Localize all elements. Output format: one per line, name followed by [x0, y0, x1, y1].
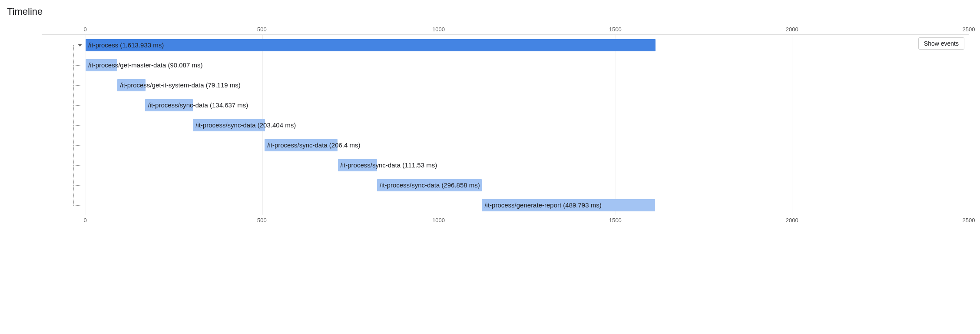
span-row: /it-process/generate-report (489.793 ms) — [42, 199, 969, 211]
span-bar[interactable] — [377, 179, 482, 191]
axis-tick: 0 — [83, 26, 86, 33]
span-bar[interactable] — [145, 99, 192, 111]
show-events-button[interactable]: Show events — [918, 37, 964, 50]
timeline-chart: 05001000150020002500 Show events /it-pro… — [42, 25, 969, 224]
span-bar[interactable] — [117, 79, 145, 91]
timeline-plot[interactable]: Show events /it-process (1,613.933 ms)/i… — [42, 35, 969, 215]
span-row: /it-process/get-it-system-data (79.119 m… — [42, 79, 969, 91]
collapse-caret-icon[interactable] — [78, 44, 82, 47]
span-bar[interactable] — [86, 59, 117, 71]
span-bar[interactable] — [86, 39, 656, 51]
span-row: /it-process/sync-data (134.637 ms) — [42, 99, 969, 111]
span-row: /it-process/get-master-data (90.087 ms) — [42, 59, 969, 71]
span-row: /it-process/sync-data (111.53 ms) — [42, 159, 969, 171]
axis-tick: 2000 — [786, 217, 798, 224]
axis-tick: 1000 — [432, 26, 445, 33]
span-row: /it-process/sync-data (206.4 ms) — [42, 139, 969, 151]
axis-tick: 500 — [257, 26, 267, 33]
axis-tick: 1000 — [432, 217, 445, 224]
gridline — [969, 35, 969, 215]
axis-tick: 0 — [83, 217, 86, 224]
span-bar[interactable] — [482, 199, 655, 211]
axis-top: 05001000150020002500 — [42, 25, 969, 35]
axis-tick: 2500 — [963, 26, 975, 33]
span-bar[interactable] — [265, 139, 338, 151]
span-bar[interactable] — [338, 159, 377, 171]
axis-tick: 1500 — [609, 26, 622, 33]
page-title: Timeline — [7, 6, 973, 17]
axis-tick: 2500 — [963, 217, 975, 224]
span-row: /it-process (1,613.933 ms) — [42, 39, 969, 51]
span-row: /it-process/sync-data (203.404 ms) — [42, 119, 969, 131]
span-bar[interactable] — [193, 119, 265, 131]
axis-bottom: 05001000150020002500 — [42, 215, 969, 224]
axis-tick: 1500 — [609, 217, 622, 224]
axis-tick: 2000 — [786, 26, 798, 33]
axis-tick: 500 — [257, 217, 267, 224]
span-row: /it-process/sync-data (296.858 ms) — [42, 179, 969, 191]
